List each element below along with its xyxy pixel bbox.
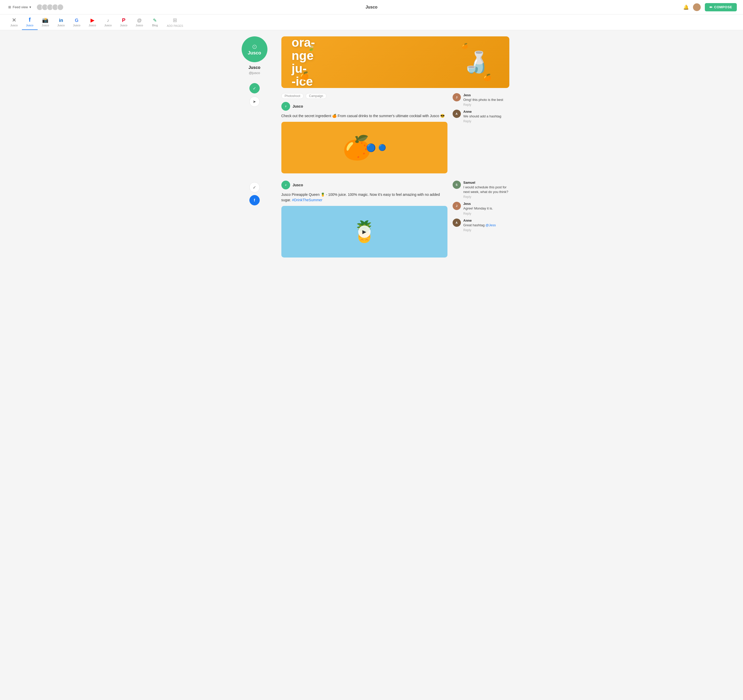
comment-text: I would schedule this post for next week… [463,185,509,194]
chevron-down-icon: ▾ [30,5,31,9]
nav-tabs: ✕ Jusco f Jusco 📸 Jusco in Jusco G Jusco… [0,15,743,30]
orange-icon: 🍊 [299,71,309,80]
tab-google-label: Jusco [73,24,80,27]
hashtag-link[interactable]: #DrinkTheSummer [292,198,323,202]
tag-photoshoot[interactable]: Photoshoot [281,93,304,99]
reply-button[interactable]: Reply [463,228,496,232]
feed-view-label: Feed view [13,5,28,9]
logo-icon: ⊙ [252,43,257,50]
post2-comments: S Samuel I would schedule this post for … [453,181,509,258]
comment-author: Samuel [463,181,509,184]
sidebar: ⊙ Jusco Jusco @jusco ✓ ➤ ✓ f [234,36,275,265]
profile-handle: @jusco [249,71,260,75]
tab-youtube[interactable]: ▶ Jusco [84,15,100,30]
comment-jess-2: J Jess Agree! Monday it is. Reply [453,202,509,215]
tab-x-label: Jusco [10,24,18,27]
post1-content: Photoshoot Campaign J Jusco Check out th… [281,93,447,174]
samuel-avatar: S [453,181,461,189]
comment-anne-1: A Anne We should add a hashtag Reply [453,110,509,123]
reply-button[interactable]: Reply [463,103,503,107]
post1-comments: J Jess Omg! this photo is the best Reply… [453,93,509,174]
post1-author: Jusco [293,104,303,108]
comment-anne-2: A Anne Great hashtag @Jess Reply [453,218,509,232]
tab-pinterest[interactable]: P Jusco [116,15,132,30]
linkedin-icon: in [59,18,63,23]
comment-jess-1-body: Jess Omg! this photo is the best Reply [463,93,503,107]
comment-anne-1-body: Anne We should add a hashtag Reply [463,110,501,123]
avatar [57,4,64,10]
anne-avatar: A [453,110,461,118]
comment-samuel-body: Samuel I would schedule this post for ne… [463,181,509,199]
tab-google[interactable]: G Jusco [69,15,84,30]
facebook-icon: f [29,17,30,23]
comment-samuel: S Samuel I would schedule this post for … [453,181,509,199]
post1-section: Photoshoot Campaign J Jusco Check out th… [281,93,509,174]
feed-view-button[interactable]: ⊞ Feed view ▾ [6,4,33,10]
user-avatar[interactable] [693,3,701,11]
tab-add-pages[interactable]: ⊞ ADD PAGES [163,15,187,30]
tab-blog-label: Blog [152,24,158,27]
send-action-button[interactable]: ➤ [249,96,260,107]
post2-content: J Jusco Jusco Pineapple Queen 🍍 - 100% j… [281,181,447,258]
tab-blog[interactable]: ✎ Blog [147,15,163,30]
jess-avatar: J [453,93,461,101]
tab-linkedin[interactable]: in Jusco [53,15,69,30]
main-layout: ⊙ Jusco Jusco @jusco ✓ ➤ ✓ f 🍃 🍊 [230,30,514,271]
compose-label: COMPOSE [714,5,732,9]
header-right: 🔔 ✏ COMPOSE [683,3,737,11]
profile-avatar: ⊙ Jusco [242,36,268,62]
mention-link[interactable]: @Jess [485,223,496,227]
facebook-action-button[interactable]: f [249,195,260,205]
tab-youtube-label: Jusco [89,24,96,27]
feed-area: 🍃 🍊 🍊 🍊 ora-ngeju--ice 🍶 Photoshoot Camp… [281,36,509,265]
comment-author: Jess [463,93,503,97]
tab-instagram[interactable]: 📸 Jusco [38,15,53,30]
comment-text: We should add a hashtag [463,114,501,119]
bell-icon[interactable]: 🔔 [683,4,689,10]
tab-facebook-label: Jusco [26,24,34,27]
approve-action-button-2[interactable]: ✓ [249,182,260,193]
tab-tiktok[interactable]: ♪ Jusco [100,15,116,30]
header-left: ⊞ Feed view ▾ [6,4,64,10]
threads-icon: @ [137,18,142,23]
compose-button[interactable]: ✏ COMPOSE [705,3,737,11]
reply-button[interactable]: Reply [463,212,493,215]
reply-button[interactable]: Reply [463,195,509,199]
comment-author: Anne [463,218,496,222]
orange-graphic-3: 🔵 [378,144,386,151]
tab-instagram-label: Jusco [42,24,49,27]
post1-header: J Jusco [281,102,447,111]
pencil-icon: ✏ [709,5,713,9]
post1-image: 🍊 🔵 🔵 [281,122,447,174]
comment-text: Great hashtag @Jess [463,223,496,228]
orange-slice-icon: 🍊 [462,43,468,49]
add-pages-label: ADD PAGES [167,24,183,27]
post2-actions: ✓ f [249,182,260,205]
post2-author: Jusco [293,183,303,187]
team-avatars [36,4,64,10]
tab-threads[interactable]: @ Jusco [132,15,147,30]
pinterest-icon: P [122,18,125,23]
comment-anne-2-body: Anne Great hashtag @Jess Reply [463,218,496,232]
play-button[interactable]: ▶ [358,225,371,238]
post2-header: J Jusco [281,181,447,189]
sidebar-actions: ✓ ➤ ✓ f [249,83,260,205]
x-icon: ✕ [12,18,16,23]
youtube-icon: ▶ [90,18,95,23]
post2-avatar: J [281,181,290,189]
comment-text: Omg! this photo is the best [463,98,503,102]
tab-facebook[interactable]: f Jusco [22,15,38,30]
post2-section: J Jusco Jusco Pineapple Queen 🍍 - 100% j… [281,181,509,258]
app-title: Jusco [366,5,377,10]
tag-campaign[interactable]: Campaign [306,93,327,99]
approve-action-button[interactable]: ✓ [249,83,260,93]
reply-button[interactable]: Reply [463,119,501,123]
jess-avatar-2: J [453,202,461,210]
orange-graphic-2: 🔵 [366,143,376,152]
tab-x[interactable]: ✕ Jusco [6,15,22,30]
leaf-icon: 🍃 [307,44,315,51]
google-icon: G [75,18,78,23]
blog-icon: ✎ [153,18,157,23]
comment-jess-1: J Jess Omg! this photo is the best Reply [453,93,509,107]
post1-tags: Photoshoot Campaign [281,93,447,99]
